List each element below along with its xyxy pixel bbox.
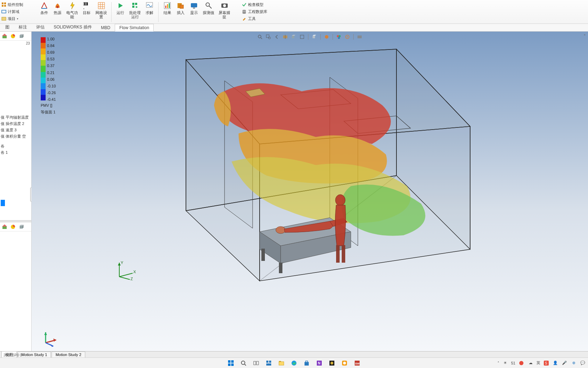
batch-run-button[interactable]: 批处理 运行: [127, 1, 143, 24]
tree-home-icon[interactable]: [1, 224, 8, 230]
tray-sogou-icon[interactable]: S: [543, 360, 549, 366]
project-button[interactable]: 项目 ▾: [1, 15, 33, 22]
tools-label: 工具: [248, 16, 256, 21]
display-button[interactable]: 显示: [187, 1, 201, 24]
tray-weather-icon[interactable]: ☀: [502, 360, 508, 366]
svg-rect-110: [279, 361, 281, 362]
insert-button[interactable]: 插入: [174, 1, 187, 24]
app-icon[interactable]: [327, 359, 337, 368]
graphics-viewport[interactable]: « 1.00 0.84 0.69 0.53: [32, 32, 588, 357]
solidworks-icon[interactable]: SW: [352, 359, 362, 368]
results-button[interactable]: 结果: [161, 1, 174, 24]
tray-globe-icon[interactable]: ⊕: [570, 360, 577, 366]
tab-flow-simulation[interactable]: Flow Simulation: [115, 24, 154, 32]
tray-temp: 51: [511, 361, 515, 365]
tools-button[interactable]: 工具: [242, 15, 267, 22]
check-model-icon: [242, 2, 247, 7]
bottom-tab-motion2[interactable]: Motion Study 2: [52, 351, 85, 357]
batch-run-icon: [131, 1, 139, 10]
axis-z-label: Z: [131, 277, 133, 280]
widgets-icon[interactable]: [263, 359, 274, 368]
tray-chevron-icon[interactable]: ˄: [497, 361, 499, 365]
tree-item[interactable]: 值 操作温度 2: [1, 120, 31, 127]
tree-home-icon[interactable]: [1, 33, 8, 39]
component-control-button[interactable]: 组件控制: [1, 1, 33, 8]
task-view-icon[interactable]: [251, 359, 261, 368]
display-label: 显示: [190, 11, 198, 15]
svg-rect-2: [2, 5, 4, 7]
tab-sw-addins[interactable]: SOLIDWORKS 插件: [49, 23, 96, 31]
project-icon: [1, 16, 6, 21]
svg-point-122: [519, 361, 523, 365]
tree-cube-icon[interactable]: [18, 224, 25, 230]
svg-rect-100: [228, 363, 230, 366]
axis-y-label: Y: [121, 261, 123, 265]
app-icon-2[interactable]: [339, 359, 350, 368]
tray-user-icon[interactable]: 👤: [552, 360, 559, 366]
mesh-settings-button[interactable]: 网格设 置: [93, 1, 109, 24]
svg-point-36: [242, 12, 246, 14]
svg-rect-11: [98, 2, 105, 9]
probe-button[interactable]: 探测值: [201, 1, 216, 24]
task-pane-collapse-icon[interactable]: «: [584, 33, 587, 37]
results-icon: [163, 1, 172, 10]
view-triad[interactable]: [41, 329, 59, 347]
screen-capture-label: 屏幕捕 捉: [219, 11, 230, 19]
system-tray: ˄ ☀ 51 ☁ 英 S 👤 🎤 ⊕ 💬: [497, 360, 586, 366]
tab-annotate[interactable]: 标注: [14, 23, 32, 31]
run-button[interactable]: 运行: [114, 1, 127, 24]
compute-domain-button[interactable]: 计算域: [1, 8, 33, 15]
eng-db-label: 工程数据库: [248, 9, 267, 14]
edge-icon[interactable]: [289, 359, 299, 368]
tray-app-icon[interactable]: [518, 360, 524, 366]
svg-rect-104: [254, 361, 256, 365]
electrical-button[interactable]: 电气功 能: [64, 1, 80, 24]
goals-button[interactable]: 目标: [80, 1, 93, 24]
electrical-icon: [68, 1, 76, 10]
bottom-tab-motion1[interactable]: Motion Study 1: [18, 351, 51, 357]
svg-rect-17: [132, 3, 134, 5]
taskbar-search-icon[interactable]: [238, 359, 249, 368]
heat-source-button[interactable]: 热源: [51, 1, 64, 24]
tab-mbd[interactable]: MBD: [96, 24, 115, 31]
tree-cube-icon[interactable]: [18, 33, 25, 39]
feature-tree-panel: 23 值 平均辐射温度 值 操作温度 2 值 速度 3 值 体积分量 空 各 各…: [0, 32, 32, 357]
svg-rect-85: [336, 245, 340, 263]
tray-mic-icon[interactable]: 🎤: [561, 360, 568, 366]
svg-point-117: [330, 362, 333, 364]
tree-item[interactable]: 值 平均辐射温度: [1, 114, 31, 120]
ime-language[interactable]: 英: [536, 360, 540, 366]
check-model-button[interactable]: 检查模型: [242, 1, 267, 8]
legend-color-bar: [41, 37, 46, 100]
screen-capture-icon: [220, 1, 229, 10]
svg-rect-99: [231, 360, 234, 363]
start-button[interactable]: [226, 359, 236, 368]
taskbar-center: N SW: [226, 359, 362, 368]
store-icon[interactable]: [301, 359, 312, 368]
svg-rect-82: [279, 263, 282, 273]
legend-unit: PMV []: [41, 101, 56, 107]
screen-capture-button[interactable]: 屏幕捕 捉: [216, 1, 232, 24]
batch-run-label: 批处理 运行: [129, 11, 141, 19]
eng-db-button[interactable]: 工程数据库: [242, 8, 267, 15]
tree-item[interactable]: 值 速度 3: [1, 127, 31, 133]
tree-pie-icon[interactable]: [10, 224, 16, 230]
tree-pie-icon[interactable]: [10, 33, 16, 39]
tab-view[interactable]: 图: [1, 23, 14, 31]
svg-rect-19: [132, 6, 134, 8]
tree-item[interactable]: 各 1: [1, 149, 31, 156]
legend-tick: 0.21: [47, 71, 56, 74]
explorer-icon[interactable]: [276, 359, 287, 368]
solve-button[interactable]: 求解: [143, 1, 156, 24]
tray-cloud-icon[interactable]: ☁: [527, 360, 534, 366]
tree-item[interactable]: 各: [1, 143, 31, 149]
conditions-button[interactable]: 条件: [38, 1, 51, 24]
tray-notify-icon[interactable]: 💬: [580, 360, 586, 366]
legend-tick: 0.53: [47, 57, 56, 61]
tab-evaluate[interactable]: 评估: [32, 23, 49, 31]
onenote-icon[interactable]: N: [314, 359, 325, 368]
tree-item[interactable]: 值 体积分量 空: [1, 133, 31, 139]
simulation-scene: [105, 35, 477, 288]
conditions-label: 条件: [40, 11, 48, 15]
axis-x-label: X: [133, 270, 136, 274]
